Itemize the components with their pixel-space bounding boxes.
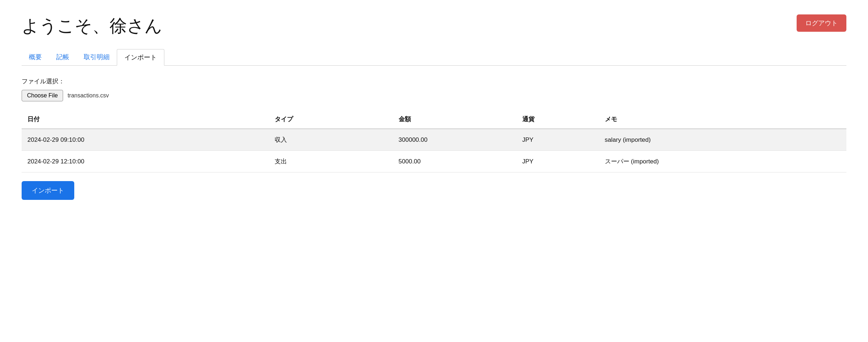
table-header-row: 日付 タイプ 金額 通貨 メモ xyxy=(22,110,846,129)
file-name-display: transactions.csv xyxy=(67,92,109,99)
tab-transactions[interactable]: 取引明細 xyxy=(76,49,117,66)
cell-currency: JPY xyxy=(517,129,599,151)
cell-memo: スーパー (imported) xyxy=(599,151,846,172)
logout-button[interactable]: ログアウト xyxy=(797,14,846,32)
cell-date: 2024-02-29 12:10:00 xyxy=(22,151,269,172)
cell-amount: 5000.00 xyxy=(393,151,517,172)
cell-type: 支出 xyxy=(269,151,393,172)
col-header-memo: メモ xyxy=(599,110,846,129)
table-row: 2024-02-29 09:10:00収入300000.00JPYsalary … xyxy=(22,129,846,151)
cell-amount: 300000.00 xyxy=(393,129,517,151)
file-section: ファイル選択： Choose File transactions.csv xyxy=(22,77,846,101)
tab-navigation: 概要 記帳 取引明細 インポート xyxy=(22,49,846,66)
cell-memo: salary (imported) xyxy=(599,129,846,151)
file-section-label: ファイル選択： xyxy=(22,77,846,86)
import-table-container: 日付 タイプ 金額 通貨 メモ 2024-02-29 09:10:00収入300… xyxy=(22,110,846,172)
tab-bookkeeping[interactable]: 記帳 xyxy=(49,49,76,66)
tab-overview[interactable]: 概要 xyxy=(22,49,49,66)
table-row: 2024-02-29 12:10:00支出5000.00JPYスーパー (imp… xyxy=(22,151,846,172)
page-title: ようこそ、徐さん xyxy=(22,14,162,38)
import-table: 日付 タイプ 金額 通貨 メモ 2024-02-29 09:10:00収入300… xyxy=(22,110,846,172)
tab-import[interactable]: インポート xyxy=(117,49,164,66)
cell-type: 収入 xyxy=(269,129,393,151)
col-header-type: タイプ xyxy=(269,110,393,129)
page-header: ようこそ、徐さん ログアウト xyxy=(22,14,846,38)
cell-date: 2024-02-29 09:10:00 xyxy=(22,129,269,151)
file-input-row: Choose File transactions.csv xyxy=(22,90,846,101)
col-header-amount: 金額 xyxy=(393,110,517,129)
choose-file-button[interactable]: Choose File xyxy=(22,90,63,101)
cell-currency: JPY xyxy=(517,151,599,172)
col-header-date: 日付 xyxy=(22,110,269,129)
col-header-currency: 通貨 xyxy=(517,110,599,129)
import-button[interactable]: インポート xyxy=(22,181,74,200)
